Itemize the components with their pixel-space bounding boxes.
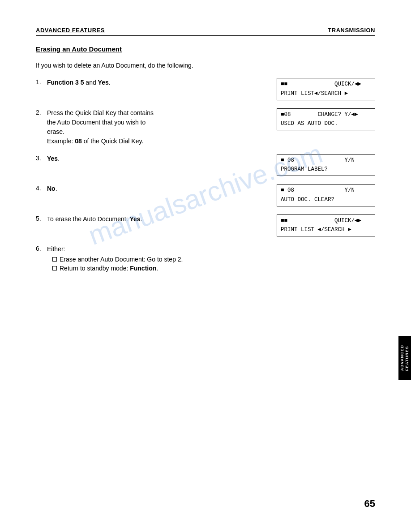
step-text: Press the Quick Dial Key that containsth… <box>47 108 268 146</box>
step-row: 1.Function 3 5 and Yes.■■ QUICK/◄►PRINT … <box>36 78 375 100</box>
step-display: ■■ QUICK/◄►PRINT LIST ◄/SEARCH ► <box>277 215 375 237</box>
lcd-box: ■08 CHANGE? Y/◄►USED AS AUTO DOC. <box>277 108 375 131</box>
step-text: To erase the Auto Document: Yes. <box>47 215 268 224</box>
step6-sub: Erase another Auto Document: Go to step … <box>52 256 375 272</box>
side-tab-text: ADVANCEDFEATURES <box>400 345 410 371</box>
lcd-box: ■ 08 Y/NPROGRAM LABEL? <box>277 154 375 176</box>
header-right: TRANSMISSION <box>328 27 375 34</box>
section-title: Erasing an Auto Document <box>36 45 375 53</box>
header-left: ADVANCED FEATURES <box>36 27 105 34</box>
step-number: 5. <box>36 215 47 222</box>
step-text-block: Press the Quick Dial Key that containsth… <box>47 108 268 146</box>
step-number: 6. <box>36 245 47 252</box>
step-number: 3. <box>36 154 47 162</box>
page-header: ADVANCED FEATURES TRANSMISSION <box>36 27 375 36</box>
step-display: ■08 CHANGE? Y/◄►USED AS AUTO DOC. <box>277 108 375 131</box>
step-number: 1. <box>36 78 47 86</box>
step-text-block: Yes. <box>47 154 268 163</box>
step-number: 4. <box>36 184 47 192</box>
step-text-block: No. <box>47 184 268 193</box>
step-row: 3.Yes.■ 08 Y/NPROGRAM LABEL? <box>36 154 375 176</box>
step-text-block: To erase the Auto Document: Yes. <box>47 215 268 224</box>
sub-item-text: Erase another Auto Document: Go to step … <box>60 256 183 263</box>
steps-container: 1.Function 3 5 and Yes.■■ QUICK/◄►PRINT … <box>36 78 375 282</box>
step-text-block: Function 3 5 and Yes. <box>47 78 268 87</box>
step6-sub-item: Erase another Auto Document: Go to step … <box>52 256 375 263</box>
side-tab: ADVANCEDFEATURES <box>398 336 411 380</box>
lcd-box: ■■ QUICK/◄►PRINT LIST◄/SEARCH ► <box>277 78 375 100</box>
step-number: 2. <box>36 108 47 116</box>
step-row: 4.No.■ 08 Y/NAUTO DOC. CLEAR? <box>36 184 375 206</box>
step6-sub-item: Return to standby mode: Function. <box>52 265 375 272</box>
lcd-box: ■■ QUICK/◄►PRINT LIST ◄/SEARCH ► <box>277 215 375 237</box>
step-row: 6.Either:Erase another Auto Document: Go… <box>36 245 375 274</box>
intro-text: If you wish to delete an Auto Document, … <box>36 62 375 69</box>
step-display: ■■ QUICK/◄►PRINT LIST◄/SEARCH ► <box>277 78 375 100</box>
step-text: No. <box>47 184 268 193</box>
checkbox-icon <box>52 257 57 262</box>
step-text: Function 3 5 and Yes. <box>47 78 268 87</box>
sub-item-text: Return to standby mode: Function. <box>60 265 158 272</box>
step-display: ■ 08 Y/NPROGRAM LABEL? <box>277 154 375 176</box>
step-row: 2.Press the Quick Dial Key that contains… <box>36 108 375 146</box>
step-display: ■ 08 Y/NAUTO DOC. CLEAR? <box>277 184 375 206</box>
page-content: ADVANCED FEATURES TRANSMISSION Erasing a… <box>0 0 411 309</box>
step-text: Yes. <box>47 154 268 163</box>
page-number: 65 <box>364 498 375 510</box>
step-text: Either: <box>47 245 375 254</box>
step-text-block: Either:Erase another Auto Document: Go t… <box>47 245 375 274</box>
step-row: 5.To erase the Auto Document: Yes.■■ QUI… <box>36 215 375 237</box>
checkbox-icon <box>52 266 57 270</box>
lcd-box: ■ 08 Y/NAUTO DOC. CLEAR? <box>277 184 375 206</box>
